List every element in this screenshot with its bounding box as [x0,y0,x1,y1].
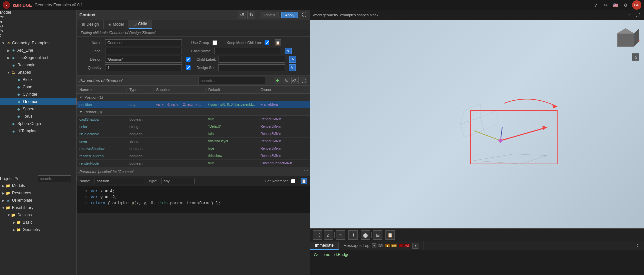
name-input[interactable] [105,39,182,46]
tool-grid-btn[interactable]: ⊞ [373,230,382,240]
param-row-color[interactable]: color string "Default" Render3Mixin [77,123,310,130]
redo-icon[interactable]: ↻ [247,11,255,19]
param-row-isselectable[interactable]: isSelectable boolean false Render3Mixin [77,130,310,138]
tree-item-shapes[interactable]: ▼ 🗂 Shapes [0,69,76,76]
child-name-input[interactable] [214,48,281,54]
tool-home-btn[interactable]: ⌂ [324,230,333,240]
tree-item-uitemplate[interactable]: ◈ UITemplate [0,127,76,135]
param-row-castshadow[interactable]: castShadow boolean true Render3Mixin [77,116,310,123]
tree-item-rectangle[interactable]: ◈ Rectangle [0,61,76,69]
bottom-expand-icon[interactable]: ⛶ [635,242,643,249]
use-group-checkbox[interactable] [213,40,217,45]
tree-item-sphereorigin[interactable]: ◈ SphereOrigin [0,120,76,127]
tool-expand-btn[interactable]: ⛶ [313,230,322,240]
label-input[interactable] [105,48,182,54]
nav-cube[interactable]: X [611,23,641,53]
code-editor[interactable]: 1 var x = 4; 2 var y = -2; 3 return { or… [77,186,310,213]
design-set-icon-btn[interactable]: ✎ [289,64,296,71]
params-expand-icon[interactable]: ⛶ [300,77,307,84]
flag-icon[interactable]: 🇺🇸 [612,1,619,9]
child-label-input[interactable] [219,56,285,63]
model-undo-icon[interactable]: ↺ [0,24,76,29]
svg-marker-11 [498,138,503,143]
label-label: Label: [81,49,102,53]
param-row-position[interactable]: position any var x = 4; var y = -2; retu… [77,101,310,108]
project-search-input[interactable] [38,175,71,182]
model-eye-icon[interactable]: 👁 [0,15,76,19]
tab-child[interactable]: ⊡ Child [129,20,152,29]
doc-icon-btn[interactable]: 📋 [275,39,281,46]
project-tree-uitemplate[interactable]: ▶ ◈ UITemplate [0,197,76,204]
messages-log-tab[interactable]: Messages Log ● (0) ▲ (0) ✕ (0) ▼ [339,241,423,250]
project-tree-models[interactable]: ▶ 📁 Models [0,182,76,189]
design-checkbox[interactable] [186,57,191,62]
quantity-input[interactable] [105,64,182,71]
project-tree-resources[interactable]: ▶ 📁 Resources [0,189,76,197]
tab-design[interactable]: ▦ Design [77,20,104,29]
design-set-input[interactable] [218,64,285,71]
help-button[interactable]: ? [592,1,599,9]
project-tree-geometry[interactable]: ▶ 📁 Geometry [0,226,76,233]
quantity-checkbox[interactable] [186,65,191,70]
tool-circle-btn[interactable]: ⬤ [361,230,370,240]
model-expand-icon[interactable]: ⛶ [0,33,76,38]
viewport-maximize-icon[interactable]: ⛶ [634,11,641,19]
viewport-home-icon[interactable]: ⌂ [625,11,633,19]
project-tree-baselibrary[interactable]: ▼ 📁 BaseLibrary [0,204,76,211]
param-group-render-header[interactable]: ▼ Render (9) [77,108,310,116]
tree-item-torus[interactable]: ◆ Torus [0,113,76,120]
tool-select-btn[interactable]: ↖ [336,230,345,240]
project-edit-icon[interactable]: ✎ [15,176,18,181]
model-tab-icon: ◈ [108,22,111,27]
project-tree-basic[interactable]: ▶ 📁 Basic [0,219,76,226]
param-row-receiveshadow[interactable]: receiveShadow boolean true Render3Mixin [77,145,310,152]
param-name-field[interactable] [94,178,144,184]
tree-item-block[interactable]: ◆ Block [0,76,76,83]
viewport-3d[interactable]: X ⌂ [310,20,644,228]
param-group-position-header[interactable]: ▼ Position (1) [77,94,310,101]
project-expand-icon[interactable]: ⛶ [72,176,76,181]
tree-item-cone[interactable]: ◆ Cone [0,83,76,91]
param-row-layer[interactable]: layer string this.nha.layer Render3Mixin [77,138,310,145]
model-panel: Model 👁 ● ↺ ↻ ⛶ ▼ 🗂 Geometry_Examples [0,10,76,175]
get-reference-checkbox[interactable] [291,179,295,183]
tree-item-arc-line[interactable]: ▶ ◈ Arc_Line [0,47,76,54]
apply-button[interactable]: Apply [281,12,298,18]
tree-item-sphere[interactable]: ◆ Sphere [0,105,76,113]
home-button[interactable]: ⌂ [632,53,639,61]
param-detail-maximize-icon[interactable]: ⛶ [304,170,307,174]
tree-item-linesegmenttest[interactable]: ▶ ◈ LineSegmentTest [0,54,76,61]
params-search-input[interactable] [199,77,265,84]
mail-icon[interactable]: ✉ [602,1,609,9]
immediate-tab[interactable]: Immediate [310,242,339,250]
user-avatar[interactable]: GE [632,0,641,10]
design-input[interactable] [105,56,182,63]
keep-model-children-checkbox[interactable] [265,40,269,45]
settings-icon[interactable]: ⚙ [622,1,629,9]
context-maximize-icon[interactable]: ⛶ [301,12,307,18]
param-row-rendernode[interactable]: renderNode boolean true GnomonRenderMixi… [77,160,310,167]
tab-model[interactable]: ◈ Model [104,20,129,29]
tree-label: Arc_Line [17,48,33,53]
project-tree-designs[interactable]: ▼ 📁 Designs [0,211,76,219]
model-dot-icon[interactable]: ● [0,19,76,24]
messages-dropdown-icon[interactable]: ▼ [412,243,418,249]
tree-item-geometry-examples[interactable]: ▼ 🗂 Geometry_Examples [0,39,76,47]
tree-item-cylinder[interactable]: ◆ Cylinder [0,91,76,98]
param-row-renderchildren[interactable]: renderChildren boolean this.show Render3… [77,152,310,160]
params-edit-icon[interactable]: ✎ [283,77,290,84]
code-content: var x = 4; [91,189,115,194]
params-sort-icon[interactable]: AZ↓ [291,77,299,84]
model-redo-icon[interactable]: ↻ [0,29,76,33]
undo-icon[interactable]: ↺ [238,11,246,19]
tool-copy-btn[interactable]: 📋 [385,230,395,240]
params-add-icon[interactable]: + [274,77,281,84]
child-label-icon-btn[interactable]: ✎ [289,56,296,63]
child-name-icon-btn[interactable]: ✎ [285,48,292,54]
revert-button[interactable]: Revert [261,12,279,18]
param-type-field[interactable] [161,178,195,184]
tool-move-btn[interactable]: ⬇ [348,230,358,240]
param-copy-icon[interactable]: 📋 [301,178,307,184]
node-icon: ◈ [11,48,16,53]
tree-item-gnomon[interactable]: ◆ Gnomon [0,98,76,105]
